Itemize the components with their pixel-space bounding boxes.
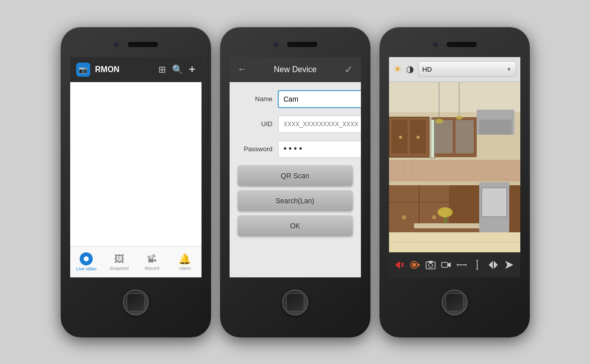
main-content: [70, 82, 202, 246]
phone-bottom-1: [61, 277, 211, 327]
svg-point-13: [435, 119, 443, 124]
live-video-icon: [80, 252, 93, 265]
svg-rect-42: [482, 188, 506, 216]
password-input[interactable]: [278, 140, 361, 158]
dropdown-icon: ▼: [507, 67, 512, 72]
record-icon: 📽: [147, 253, 157, 265]
name-input[interactable]: [278, 90, 361, 108]
uid-label: UID: [238, 120, 273, 128]
svg-rect-18: [389, 160, 520, 182]
tab-record[interactable]: 📽 Record: [136, 247, 169, 277]
password-row: Password: [238, 140, 353, 158]
contrast-icon[interactable]: ◑: [406, 64, 414, 75]
phone-top-2: [220, 27, 370, 57]
password-label: Password: [238, 145, 273, 153]
quality-select-wrap: HD ▼: [418, 61, 516, 77]
home-button-3[interactable]: [442, 289, 468, 315]
svg-rect-11: [455, 120, 474, 154]
tab-snapshot[interactable]: 🖼 Snapshot: [103, 247, 136, 277]
back-icon[interactable]: ←: [238, 64, 247, 75]
mute-button[interactable]: [395, 260, 405, 270]
record-button[interactable]: [410, 260, 420, 270]
svg-marker-60: [466, 263, 467, 266]
phone-1: 📷 RMON ⊞ 🔍 +: [61, 27, 211, 337]
cam-header: ☀ ◑ HD ▼: [389, 57, 520, 82]
app-title: RMON: [95, 65, 153, 74]
form-body: Name UID Password QR Scan Sea: [230, 82, 361, 277]
home-button-1[interactable]: [123, 289, 149, 315]
send-button[interactable]: [504, 260, 514, 270]
camera-view: [389, 82, 520, 252]
front-camera-3: [433, 42, 438, 47]
svg-rect-56: [442, 262, 448, 267]
snapshot-icon: 🖼: [114, 253, 124, 265]
app-header-icons: ⊞ 🔍 +: [158, 63, 195, 76]
brightness-icon[interactable]: ☀: [393, 63, 402, 75]
svg-marker-52: [418, 263, 420, 267]
home-button-inner-3: [446, 293, 464, 311]
svg-marker-62: [476, 260, 479, 261]
alarm-icon: 🔔: [178, 253, 191, 265]
svg-rect-55: [429, 261, 433, 263]
svg-marker-57: [448, 262, 451, 267]
tab-live-label: Live video: [76, 266, 97, 271]
form-header: ← New Device ✓: [230, 57, 361, 82]
svg-marker-63: [476, 269, 479, 270]
uid-input[interactable]: [278, 115, 361, 133]
svg-point-31: [402, 215, 406, 219]
phone-2: ← New Device ✓ Name UID: [220, 27, 370, 337]
quality-label: HD: [423, 66, 432, 73]
svg-point-51: [412, 263, 416, 267]
search-icon[interactable]: 🔍: [172, 64, 183, 75]
form-title: New Device: [247, 65, 344, 74]
tab-record-label: Record: [145, 266, 159, 271]
front-camera-2: [273, 42, 278, 47]
tab-alarm[interactable]: 🔔 Alarm: [168, 247, 202, 277]
kitchen-svg: [389, 82, 520, 252]
phone-bottom-2: [220, 277, 370, 327]
horizontal-arrow[interactable]: [457, 260, 467, 270]
app-logo: 📷: [76, 63, 90, 77]
check-icon[interactable]: ✓: [344, 64, 353, 76]
snapshot-button[interactable]: [426, 260, 436, 270]
uid-row: UID: [238, 115, 353, 133]
qr-scan-button[interactable]: QR Scan: [238, 165, 353, 186]
tab-live-video[interactable]: Live video: [70, 247, 103, 277]
home-button-inner-1: [127, 293, 145, 311]
flip-button[interactable]: [488, 260, 499, 270]
tab-bar: Live video 🖼 Snapshot 📽 Record 🔔 Alarm: [70, 246, 202, 277]
svg-point-54: [429, 263, 433, 267]
speaker-2: [287, 42, 317, 47]
grid-icon[interactable]: ⊞: [158, 64, 166, 75]
vertical-arrow[interactable]: [472, 260, 482, 270]
name-label: Name: [238, 95, 273, 103]
quality-select[interactable]: HD ▼: [418, 61, 516, 77]
tab-snapshot-label: Snapshot: [110, 266, 129, 271]
phone-top-1: [61, 27, 211, 57]
screen-3: ☀ ◑ HD ▼: [389, 57, 520, 277]
add-icon[interactable]: +: [189, 63, 195, 76]
svg-marker-59: [457, 263, 458, 266]
svg-rect-10: [434, 120, 453, 154]
search-lan-button[interactable]: Search(Lan): [238, 190, 353, 211]
svg-point-32: [432, 215, 436, 219]
phone-3: ☀ ◑ HD ▼: [379, 27, 530, 337]
home-button-inner-2: [286, 293, 304, 311]
camera-icon: 📷: [79, 66, 87, 74]
ok-button[interactable]: OK: [238, 215, 353, 236]
cam-controls: [389, 252, 520, 277]
video-button[interactable]: [441, 260, 451, 270]
svg-point-39: [438, 207, 453, 217]
svg-rect-53: [426, 262, 435, 269]
app-header: 📷 RMON ⊞ 🔍 +: [70, 57, 202, 82]
front-camera-1: [114, 42, 119, 47]
speaker-3: [447, 42, 477, 47]
svg-point-7: [399, 136, 402, 139]
svg-rect-17: [479, 120, 512, 135]
speaker-1: [128, 42, 158, 47]
home-button-2[interactable]: [282, 289, 308, 315]
phone-top-3: [379, 27, 530, 57]
svg-point-15: [456, 116, 463, 120]
tab-alarm-label: Alarm: [179, 266, 191, 271]
svg-rect-43: [432, 120, 434, 157]
